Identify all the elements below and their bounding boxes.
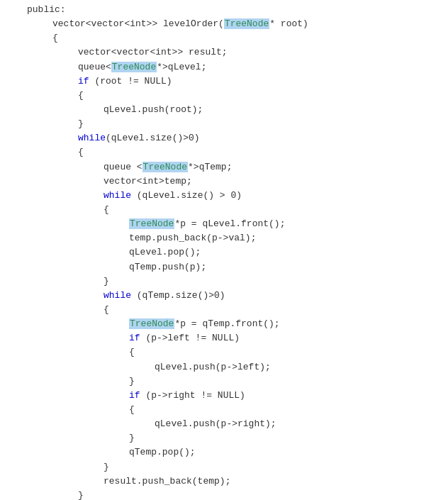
code-line: }: [0, 489, 448, 500]
code-line: vector<vector<int>> result;: [0, 45, 448, 60]
code-line: {: [0, 31, 448, 45]
code-line: }: [0, 374, 448, 389]
code-line: {: [0, 345, 448, 360]
code-line: }: [0, 431, 448, 445]
code-line: {: [0, 303, 448, 317]
code-line: }: [0, 460, 448, 474]
code-container: public: vector<vector<int>> levelOrder(T…: [0, 0, 448, 500]
code-line: queue<TreeNode*>qLevel;: [0, 60, 448, 74]
code-line: public:: [0, 3, 448, 17]
code-line: while(qLevel.size()>0): [0, 131, 448, 145]
code-line: qLevel.push(p->left);: [0, 360, 448, 374]
code-line: TreeNode*p = qLevel.front();: [0, 217, 448, 231]
code-line: qLevel.push(p->right);: [0, 417, 448, 431]
code-line: if (root != NULL): [0, 74, 448, 89]
code-line: {: [0, 89, 448, 103]
code-line: }: [0, 274, 448, 289]
code-line: result.push_back(temp);: [0, 474, 448, 489]
code-line: vector<int>temp;: [0, 174, 448, 189]
code-line: {: [0, 403, 448, 417]
code-line: if (p->left != NULL): [0, 331, 448, 345]
code-line: qTemp.push(p);: [0, 260, 448, 274]
code-line: queue <TreeNode*>qTemp;: [0, 160, 448, 174]
code-line: while (qTemp.size()>0): [0, 289, 448, 303]
code-line: TreeNode*p = qTemp.front();: [0, 317, 448, 331]
code-line: vector<vector<int>> levelOrder(TreeNode*…: [0, 17, 448, 31]
code-line: while (qLevel.size() > 0): [0, 189, 448, 203]
code-line: qLevel.pop();: [0, 245, 448, 260]
code-line: qTemp.pop();: [0, 445, 448, 460]
code-line: {: [0, 203, 448, 217]
code-line: temp.push_back(p->val);: [0, 231, 448, 245]
code-line: {: [0, 145, 448, 160]
code-line: }: [0, 117, 448, 131]
code-line: if (p->right != NULL): [0, 389, 448, 403]
code-line: qLevel.push(root);: [0, 103, 448, 117]
